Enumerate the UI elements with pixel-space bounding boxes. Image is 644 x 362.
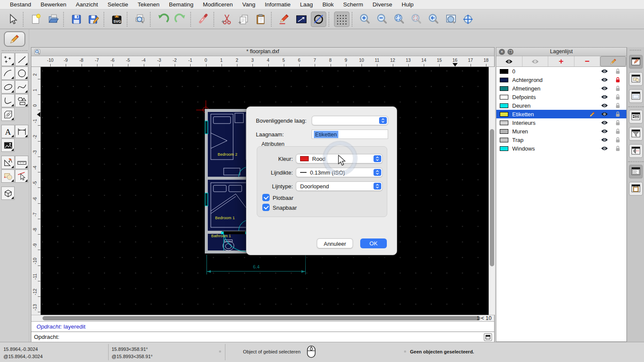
ellipse-tool-button[interactable]	[1, 80, 15, 94]
open-file-button[interactable]	[46, 12, 61, 27]
menu-bemating[interactable]: Bemating	[164, 0, 198, 9]
polygon-tool-button[interactable]	[15, 94, 28, 107]
zoom-in-button[interactable]	[357, 12, 373, 27]
menu-selectie[interactable]: Selectie	[103, 0, 133, 9]
menu-diverse[interactable]: Diverse	[368, 0, 397, 9]
lock-icon[interactable]	[615, 128, 620, 134]
paste-button[interactable]	[253, 12, 269, 27]
lock-icon[interactable]	[615, 85, 620, 91]
line-tool-button[interactable]	[15, 53, 28, 66]
image-tool-button[interactable]	[1, 139, 15, 152]
polyline-tool-button[interactable]	[1, 94, 15, 107]
parent-layer-dropdown[interactable]	[312, 116, 388, 125]
filter-dock-button[interactable]	[629, 127, 643, 141]
redo-button[interactable]	[173, 12, 188, 27]
eye-icon[interactable]	[601, 69, 608, 74]
vertical-scrollbar[interactable]	[489, 67, 495, 315]
layer-row-etiketten[interactable]: Etiketten	[496, 110, 626, 118]
modify-tool-button[interactable]	[1, 156, 15, 169]
add-layer-button[interactable]: +	[548, 56, 574, 66]
order-tool-button[interactable]	[1, 169, 15, 183]
ok-button[interactable]: OK	[360, 238, 387, 248]
lock-icon[interactable]	[615, 137, 620, 143]
menu-hulp[interactable]: Hulp	[397, 0, 418, 9]
pen-edit-button[interactable]	[276, 12, 292, 27]
menu-blok[interactable]: Blok	[318, 0, 338, 9]
text-tool-button[interactable]: A	[1, 125, 15, 138]
library-browser-dock-button[interactable]	[629, 89, 643, 103]
remove-layer-button[interactable]: −	[574, 56, 601, 66]
line-type-dropdown[interactable]: Doorlopend	[296, 181, 383, 191]
menu-scherm[interactable]: Scherm	[338, 0, 368, 9]
zoom-out-button[interactable]	[374, 12, 390, 27]
menu-vang[interactable]: Vang	[237, 0, 260, 9]
cut-button[interactable]	[219, 12, 234, 27]
layer-row-0[interactable]: 0	[496, 67, 626, 75]
show-all-layers-button[interactable]	[496, 56, 522, 66]
measure-tool-button[interactable]	[15, 156, 28, 169]
line-tool-button[interactable]	[294, 12, 309, 27]
command-window-button[interactable]	[484, 333, 492, 341]
horizontal-scrollbar[interactable]: 1 < 10	[31, 315, 494, 321]
entity-list-dock-button[interactable]	[629, 110, 643, 124]
menu-aanzicht[interactable]: Aanzicht	[71, 0, 103, 9]
drawing-window-titlebar[interactable]: * floorplan.dxf	[31, 48, 494, 56]
layer-row-afmetingen[interactable]: Afmetingen	[496, 84, 626, 93]
eye-icon[interactable]	[601, 77, 608, 82]
menu-laag[interactable]: Laag	[295, 0, 318, 9]
points-tool-button[interactable]	[1, 53, 15, 66]
layer-row-defpoints[interactable]: Defpoints	[496, 93, 626, 101]
lock-icon[interactable]	[615, 111, 620, 117]
clipboard-dock-button[interactable]	[629, 182, 643, 196]
undo-button[interactable]	[155, 12, 171, 27]
eye-icon[interactable]	[601, 137, 608, 142]
solid-tool-button[interactable]	[1, 187, 15, 200]
layer-row-windows[interactable]: Windows	[496, 144, 626, 153]
command-input[interactable]	[61, 333, 474, 341]
menu-bewerken[interactable]: Bewerken	[36, 0, 71, 9]
horizontal-scrollbar-thumb[interactable]	[43, 316, 480, 320]
zoom-previous-button[interactable]	[426, 12, 441, 27]
print-preview-button[interactable]	[132, 12, 148, 27]
circle-tool-button[interactable]	[311, 12, 326, 27]
edit-layer-button[interactable]	[600, 56, 626, 66]
eye-icon[interactable]	[601, 94, 608, 100]
arc-tool-button[interactable]	[1, 66, 15, 80]
layer-list-dock-button[interactable]	[629, 55, 643, 69]
new-file-button[interactable]	[28, 12, 44, 27]
hatch-tool-button[interactable]	[1, 108, 15, 121]
layer-name-field[interactable]: Etiketten	[312, 130, 388, 139]
eye-icon[interactable]	[601, 129, 608, 134]
save-as-button[interactable]	[86, 12, 101, 27]
cancel-button[interactable]: Annuleer	[317, 238, 353, 248]
lock-icon[interactable]	[615, 68, 620, 74]
layer-row-achtergrond[interactable]: Achtergrond	[496, 75, 626, 84]
hide-all-layers-button[interactable]	[522, 56, 549, 66]
menu-tekenen[interactable]: Tekenen	[133, 0, 164, 9]
layer-row-muren[interactable]: Muren	[496, 127, 626, 136]
lock-icon[interactable]	[615, 145, 620, 151]
spline-tool-button[interactable]	[15, 80, 28, 94]
zoom-auto-button[interactable]	[392, 12, 407, 27]
export-svg-button[interactable]: SVG	[109, 12, 125, 27]
lock-icon[interactable]	[615, 120, 620, 126]
eye-icon[interactable]	[601, 112, 608, 117]
select-tool-button[interactable]	[15, 169, 28, 183]
lock-icon[interactable]	[615, 77, 620, 83]
zoom-pan-button[interactable]	[460, 12, 476, 27]
eye-icon[interactable]	[601, 120, 608, 125]
command-widget-dock-button[interactable]	[629, 165, 643, 178]
delete-button[interactable]	[196, 12, 211, 27]
layer-row-interieurs[interactable]: Interieurs	[496, 118, 626, 127]
snappable-checkbox[interactable]	[262, 204, 270, 211]
grid-toggle-button[interactable]	[334, 12, 349, 27]
vertical-scrollbar-thumb[interactable]	[490, 129, 494, 266]
eye-icon[interactable]	[601, 146, 608, 151]
plottable-checkbox[interactable]	[262, 194, 270, 201]
copy-button[interactable]	[236, 12, 252, 27]
eye-icon[interactable]	[601, 86, 608, 91]
layer-row-trap[interactable]: Trap	[496, 136, 626, 144]
dimension-tool-button[interactable]	[15, 125, 28, 138]
lock-icon[interactable]	[615, 103, 620, 109]
zoom-window-button[interactable]	[443, 12, 459, 27]
